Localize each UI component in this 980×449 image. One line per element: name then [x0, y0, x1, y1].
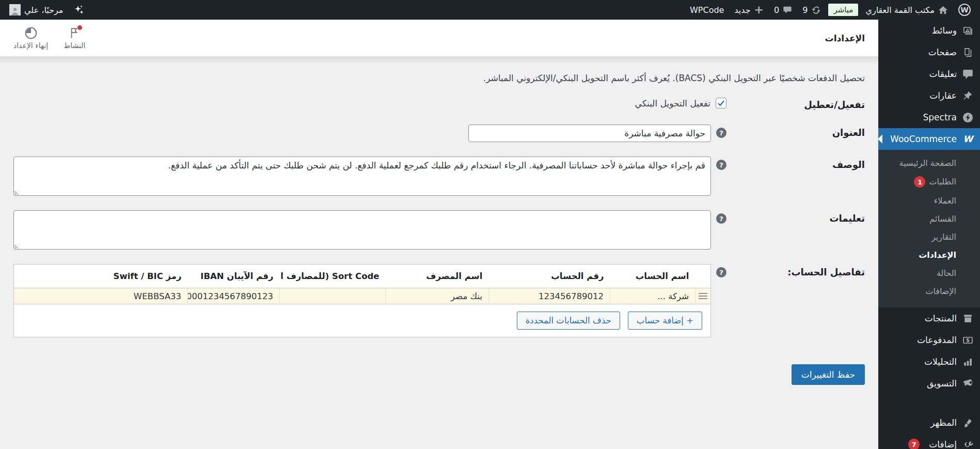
plus-icon: +	[754, 4, 764, 16]
wpcode-menu[interactable]: WPCode	[685, 0, 729, 20]
iban-cell[interactable]: 20000001234567890123	[188, 288, 280, 304]
sidebar-item-label: التسويق	[927, 378, 957, 389]
help-icon[interactable]: ?	[716, 128, 726, 138]
environment-badge: مباشر	[828, 4, 858, 16]
sidebar-item-label: المظهر	[930, 417, 957, 428]
submenu-item-customers[interactable]: العملاء	[878, 192, 980, 210]
sidebar-item-comments[interactable]: تعليقات	[878, 63, 980, 85]
accounts-header-row: اسم الحساب رقم الحساب اسم المصرف Sort Co…	[14, 265, 711, 288]
swift-bic-cell[interactable]: WEBBSA33	[14, 288, 188, 304]
enable-checkbox-label[interactable]: تفعيل التحويل البنكي	[635, 98, 710, 109]
submenu-item-settings[interactable]: الإعدادات	[878, 246, 980, 264]
title-row: العنوان ?	[0, 114, 878, 146]
drag-handle-icon[interactable]	[699, 293, 707, 300]
setup-progress-icon	[24, 26, 38, 40]
sidebar-item-label: صفحات	[928, 47, 957, 57]
col-sort-code: Sort Code (للمصارف الأوروبية)	[280, 265, 386, 288]
admin-bar-right-group: W مكتب القمة العقاري مباشر 9 0 + جديد WP…	[685, 0, 976, 20]
submenu-item-extensions[interactable]: الإضافات	[878, 282, 980, 300]
description-row: الوصف ?	[0, 146, 878, 200]
col-account-number: رقم الحساب	[489, 265, 610, 288]
submenu-item-status[interactable]: الحالة	[878, 264, 980, 282]
account-number-cell[interactable]: 123456789012	[489, 288, 610, 304]
help-icon[interactable]: ?	[716, 160, 726, 170]
sidebar-item-plugins[interactable]: إضافات 7	[878, 433, 980, 449]
accounts-footer-row: + إضافة حساب حذف الحسابات المحددة	[14, 304, 711, 337]
brush-icon	[962, 417, 973, 428]
comments-menu[interactable]: 0	[769, 0, 797, 20]
add-account-button[interactable]: + إضافة حساب	[628, 312, 702, 330]
bank-name-cell[interactable]: بنك مصر	[386, 288, 489, 304]
sidebar-item-label: التحليلات	[924, 357, 957, 367]
sort-code-cell[interactable]	[280, 288, 386, 304]
account-name-cell[interactable]: شركة ...	[610, 288, 696, 304]
sidebar-item-appearance[interactable]: المظهر	[878, 412, 980, 433]
wordpress-menu[interactable]: W	[953, 0, 976, 20]
sidebar-item-label: وسائط	[931, 25, 957, 36]
analytics-bars-icon	[962, 357, 973, 367]
instructions-row: تعليمات ?	[0, 200, 878, 254]
activity-button[interactable]: النشاط	[64, 26, 85, 50]
submenu-item-reports[interactable]: التقارير	[878, 228, 980, 246]
sidebar-item-label: WooCommerce	[890, 134, 957, 144]
sidebar-item-label: المنتجات	[925, 313, 957, 323]
new-label: جديد	[734, 5, 750, 15]
submenu-item-coupons[interactable]: القسائم	[878, 210, 980, 228]
sidebar-item-woocommerce[interactable]: W WooCommerce	[878, 128, 980, 150]
delete-selected-accounts-button[interactable]: حذف الحسابات المحددة	[517, 312, 620, 330]
comments-count: 0	[774, 5, 779, 15]
admin-bar: W مكتب القمة العقاري مباشر 9 0 + جديد WP…	[0, 0, 980, 20]
ai-assistant-menu[interactable]	[68, 0, 90, 20]
sidebar-item-media[interactable]: وسائط	[878, 20, 980, 41]
gateway-description: تحصيل الدفعات شخصيًا عبر التحويل البنكي …	[0, 65, 878, 86]
title-input[interactable]	[468, 125, 711, 142]
new-content-menu[interactable]: + جديد	[729, 0, 769, 20]
pages-icon	[962, 47, 973, 58]
sidebar-item-marketing[interactable]: التسويق	[878, 373, 980, 394]
header-actions: النشاط إنهاء الإعداد	[13, 26, 85, 50]
sidebar-item-products[interactable]: المنتجات	[878, 307, 980, 329]
col-swift-bic: رمز Swift / BIC	[14, 265, 188, 288]
enable-row: تفعيل/تعطيل تفعيل التحويل البنكي	[0, 86, 878, 114]
megaphone-icon	[962, 378, 973, 389]
orders-count-badge: 1	[914, 176, 925, 188]
updates-menu[interactable]: 9	[797, 0, 826, 20]
row-drag-handle-cell[interactable]	[696, 288, 711, 304]
sidebar-item-label: عقارات	[929, 90, 957, 101]
activity-alert-dot	[77, 25, 82, 30]
finish-setup-button[interactable]: إنهاء الإعداد	[13, 26, 48, 50]
wordpress-logo-icon: W	[958, 4, 971, 16]
avatar	[9, 4, 21, 16]
wpcode-label: WPCode	[690, 5, 724, 15]
payments-icon: $	[962, 335, 973, 346]
account-table-row[interactable]: شركة ... 123456789012 بنك مصر 2000000123…	[14, 288, 711, 304]
help-icon[interactable]: ?	[716, 213, 726, 224]
sidebar-item-label: المدفوعات	[917, 335, 957, 345]
sidebar-item-properties[interactable]: عقارات	[878, 85, 980, 106]
finish-setup-label: إنهاء الإعداد	[13, 41, 48, 50]
submenu-item-home[interactable]: الصفحة الرئيسية	[878, 154, 980, 172]
updates-icon	[811, 5, 821, 15]
drag-column-header	[696, 265, 711, 288]
instructions-row-label: تعليمات	[726, 210, 865, 224]
enable-row-label: تفعيل/تعطيل	[726, 97, 865, 110]
admin-menu: وسائط صفحات تعليقات عقارات Spectra W Woo…	[878, 20, 980, 449]
save-changes-button[interactable]: حفظ التغييرات	[792, 364, 865, 385]
comments-icon	[962, 69, 973, 80]
account-details-row: تفاصيل الحساب: ? اسم الحساب رقم الحساب ا…	[0, 254, 878, 342]
sidebar-item-spectra[interactable]: Spectra	[878, 106, 980, 128]
sidebar-item-pages[interactable]: صفحات	[878, 41, 980, 63]
instructions-textarea[interactable]	[13, 210, 711, 250]
sidebar-item-label: Spectra	[923, 112, 957, 122]
submenu-item-orders[interactable]: الطلبات1	[878, 172, 980, 192]
settings-header-bar: الإعدادات النشاط إنهاء الإعداد	[0, 20, 878, 56]
description-textarea[interactable]	[13, 157, 711, 196]
my-account-menu[interactable]: مرحبًا، علي	[4, 0, 68, 20]
updates-count: 9	[802, 5, 808, 15]
enable-checkbox[interactable]	[716, 98, 726, 109]
site-link[interactable]: مكتب القمة العقاري	[860, 0, 953, 20]
help-icon[interactable]: ?	[716, 267, 726, 277]
spectra-icon	[962, 112, 973, 123]
sidebar-item-payments[interactable]: $ المدفوعات	[878, 329, 980, 351]
sidebar-item-analytics[interactable]: التحليلات	[878, 351, 980, 373]
